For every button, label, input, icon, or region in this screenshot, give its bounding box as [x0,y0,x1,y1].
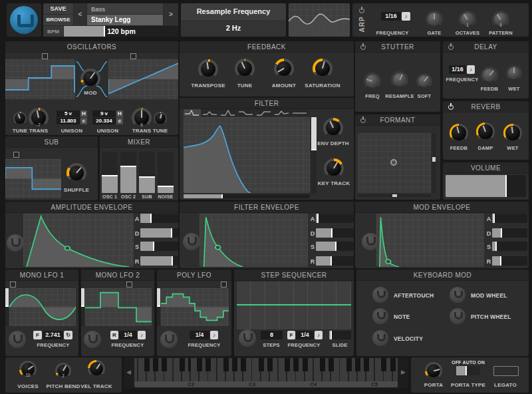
sub-waveform-checkbox[interactable] [13,152,19,158]
filter-type-tab-flat[interactable] [291,109,309,116]
osc2-unison-detune[interactable]: 20.334 [92,118,116,124]
filtenv-sustain-slider[interactable] [316,242,354,251]
osc2-waveform-checkbox[interactable] [130,53,136,59]
legato-toggle-button[interactable] [493,366,519,376]
filter-envelope-mod-source-icon[interactable] [183,233,200,250]
step-sequencer-steps-value[interactable]: 8 [261,331,283,339]
patch-name-label[interactable]: Stanky Legg [87,15,163,25]
osc1-waveform-checkbox[interactable] [42,53,48,59]
step-sequencer-slide-slider[interactable] [329,331,351,339]
feedback-saturation-knob[interactable] [313,59,332,79]
filter-type-tab-highpass[interactable] [255,109,273,116]
lfo2-retrigger-mode-icon[interactable]: R [110,331,118,339]
lfo2-waveform-checkbox[interactable] [126,282,132,288]
osc2-tune-knob[interactable] [154,112,167,125]
osc1-waveform-display[interactable] [5,59,75,99]
sub-shuffle-knob[interactable] [66,163,86,183]
keyboard-scroll-left-icon[interactable]: ◀ [126,369,131,375]
formant-xy-handle[interactable] [390,159,397,166]
keyboard-scroll-right-icon[interactable]: ▶ [401,369,406,375]
amplitude-envelope-mod-source-icon[interactable] [7,234,24,252]
delay-power-button[interactable] [447,43,454,51]
amp-release-slider[interactable] [140,256,178,266]
osc1-unison-voices[interactable]: 5 v [57,110,80,117]
porta-type-selector[interactable] [456,366,480,375]
next-patch-button[interactable]: > [164,3,178,25]
osc2-unison-box[interactable]: 9 vH 20.334c [92,110,123,125]
osc2-harmonize-button[interactable]: H [116,110,123,117]
lfo1-frequency-value[interactable]: 2.741 [43,331,63,339]
arp-power-button[interactable] [358,7,365,14]
filtenv-release-slider[interactable] [316,256,354,266]
amplitude-envelope-display[interactable] [23,214,134,267]
modenv-release-slider[interactable] [492,256,527,266]
amp-sustain-slider[interactable] [140,242,178,251]
filter-type-tab-bandpass[interactable] [219,109,237,116]
mixer-noise-slider[interactable] [158,152,174,193]
poly-lfo-mod-source-icon[interactable] [160,331,178,348]
lfo2-frequency-value[interactable]: 1/4 [119,331,137,339]
osc1-tune-knob[interactable] [13,112,27,125]
reverb-power-button[interactable] [447,103,454,110]
volume-slider[interactable] [446,175,526,197]
filter-type-tab-notch[interactable] [273,109,291,116]
step-sequencer-frequency-value[interactable]: 1/4 [296,331,314,339]
filter-envelope-display[interactable] [200,214,308,267]
osc1-harmonize-button[interactable]: H [80,110,87,117]
pitch-bend-knob[interactable]: 2 [55,363,71,379]
vel-track-knob[interactable] [88,360,105,377]
lfo1-frequency-mode-icon[interactable]: F [33,331,42,339]
mixer-osc1-slider[interactable] [102,152,118,193]
poly-lfo-amplitude-slider[interactable] [157,288,160,326]
formant-power-button[interactable] [359,116,366,124]
step-sequencer-grid[interactable] [237,282,351,329]
filter-response-display[interactable] [184,117,310,193]
lfo2-amplitude-slider[interactable] [81,288,84,326]
poly-lfo-waveform-display[interactable] [161,288,229,326]
osc1-transpose-knob[interactable]: -7 [29,108,49,128]
osc1-unison-detune[interactable]: 11.803 [57,118,80,124]
mixer-sub-slider[interactable] [139,152,155,193]
formant-y-slider[interactable] [432,133,436,193]
bpm-slider[interactable]: 120 bpm [64,26,178,37]
browse-button[interactable]: BROWSE [43,15,73,25]
filtenv-attack-slider[interactable] [316,214,354,223]
osc2-cents-button[interactable]: c [116,118,123,124]
stutter-power-button[interactable] [359,43,366,51]
filter-type-tab-lowpass[interactable] [184,109,201,116]
filter-type-tab-4[interactable] [237,109,255,116]
lfo2-waveform-display[interactable] [85,288,152,326]
arp-frequency-value[interactable]: 1/16 [381,12,401,21]
arp-pattern-knob[interactable]: 0 [492,11,509,28]
osc2-waveform-display[interactable] [108,59,178,99]
modenv-attack-slider[interactable] [492,214,527,223]
arp-octaves-knob[interactable]: 1 [459,11,476,28]
osc1-unison-box[interactable]: 5 vH 11.803c [57,110,87,125]
pitch-wheel-mod-source-icon[interactable] [450,308,466,324]
save-button[interactable]: SAVE [43,3,73,14]
mod-envelope-display[interactable] [376,214,484,267]
velocity-mod-source-icon[interactable] [372,330,388,346]
voices-knob[interactable]: 10 [19,361,37,378]
arp-tempo-sync-icon[interactable]: ♪ [402,12,410,21]
lfo1-amplitude-slider[interactable] [5,288,9,326]
note-mod-source-icon[interactable] [372,308,388,324]
formant-x-slider[interactable] [358,194,431,197]
lfo1-retrigger-icon[interactable]: ↻ [64,331,72,339]
cross-mod-knob[interactable] [80,69,100,89]
feedback-transpose-knob[interactable] [198,59,218,79]
aftertouch-mod-source-icon[interactable] [372,287,388,303]
delay-tempo-sync-icon[interactable]: ♪ [467,65,475,74]
filtenv-decay-slider[interactable] [316,228,354,238]
filter-type-tab-2[interactable] [201,109,219,116]
amp-attack-slider[interactable] [140,214,178,223]
lfo1-waveform-checkbox[interactable] [10,282,16,288]
step-sequencer-tempo-sync-icon[interactable]: ♪ [315,331,323,339]
feedback-amount-knob[interactable] [274,59,294,79]
lfo1-waveform-display[interactable] [9,288,76,326]
lfo2-tempo-sync-icon[interactable]: ♪ [138,331,146,339]
reverb-wet-knob[interactable] [503,124,522,142]
delay-wet-knob[interactable] [506,65,522,81]
filter-cutoff-slider[interactable] [184,194,310,198]
formant-xy-pad[interactable] [358,133,431,193]
